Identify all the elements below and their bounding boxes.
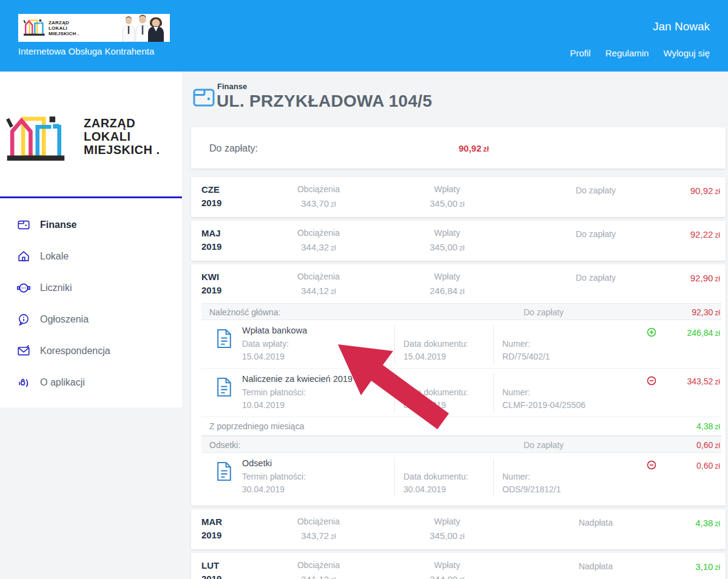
month-row-cze-2019[interactable]: CZE2019 Obciążenia 343,70zł Wpłaty 345,0… <box>191 177 726 217</box>
sidebar-item-label: Finanse <box>40 219 76 230</box>
sidebar-item-o-aplikacji[interactable]: O aplikacji <box>0 367 182 398</box>
plus-circle-icon <box>647 327 656 337</box>
balance-label: Nadpłata <box>547 518 644 527</box>
document-row-naliczenie: Naliczenie za kwiecień 2019 Termin płatn… <box>201 369 721 417</box>
minus-circle-icon <box>647 460 656 470</box>
sidebar-item-finanse[interactable]: Finanse <box>0 209 182 241</box>
about-icon <box>17 376 30 389</box>
month-row-lut-2019[interactable]: LUT2019 Obciążenia 241,12zł Wpłaty 344,0… <box>191 553 726 579</box>
sidebar-item-label: Liczniki <box>40 283 72 293</box>
charges-column: Obciążenia 344,32zł <box>270 228 367 252</box>
brand-line-1: ZARZĄD <box>49 20 79 25</box>
document-amount: 343,52zł <box>687 377 721 386</box>
month-name: CZE2019 <box>201 183 221 210</box>
balance-label: Nadpłata <box>547 561 644 571</box>
month-name: MAJ2019 <box>201 227 221 253</box>
document-amount: 246,84zł <box>687 328 721 338</box>
document-icon <box>216 377 232 397</box>
brand-line-2: LOKALI <box>49 25 79 31</box>
balance-amount: 3,10zł <box>695 561 720 572</box>
payments-column: Wpłaty 345,00zł <box>399 184 496 209</box>
balance-amount: 92,90zł <box>690 273 720 283</box>
sidebar-item-label: Korespondencja <box>40 346 110 356</box>
app-subtitle: Internetowa Obsługa Kontrahenta <box>18 46 154 56</box>
brand-people-image <box>114 14 170 42</box>
sidebar-item-label: O aplikacji <box>40 377 85 388</box>
balance-amount: 4,38zł <box>695 518 720 528</box>
charges-column: Obciążenia 343,70zł <box>270 184 367 209</box>
brand-line-3: MIEJSKICH . <box>49 31 79 36</box>
sidebar-brand-wordmark: ZARZĄD LOKALI MIEJSKICH . <box>84 116 160 156</box>
document-row-odsetki: Odsetki Termin płatności: 30.04.2019 Dat… <box>201 453 721 501</box>
payments-column: Wpłaty 344,00zł <box>399 560 496 579</box>
month-name: LUT2019 <box>201 559 221 579</box>
page-header: Finanse UL. PRZYKŁADOWA 104/5 <box>182 72 728 127</box>
document-amount: 0,60zł <box>696 461 720 470</box>
nav-regulamin-link[interactable]: Regulamin <box>605 48 649 58</box>
payments-column: Wpłaty 345,00zł <box>399 517 496 541</box>
month-row-maj-2019[interactable]: MAJ2019 Obciążenia 344,32zł Wpłaty 345,0… <box>191 221 726 261</box>
nav-profil-link[interactable]: Profil <box>570 48 591 58</box>
sidebar-item-lokale[interactable]: Lokale <box>0 241 182 272</box>
brand-line-3: MIEJSKICH . <box>84 143 160 156</box>
payments-column: Wpłaty 246,84zł <box>399 272 496 296</box>
envelope-icon <box>17 344 30 358</box>
section-header-naleznosc-glowna: Należność główna: Do zapłaty 92,30zł <box>201 303 721 320</box>
section-amount: 92,30zł <box>692 307 720 317</box>
sidebar-item-ogloszenia[interactable]: Ogłoszenia <box>0 304 182 335</box>
brand-houses-icon <box>22 19 46 36</box>
user-name[interactable]: Jan Nowak <box>653 20 710 33</box>
top-header-bar: ZARZĄD LOKALI MIEJSKICH . Internetowa Ob… <box>0 0 728 72</box>
balance-amount: 90,92zł <box>690 186 720 196</box>
month-summary-row[interactable]: KWI2019 Obciążenia 344,12zł Wpłaty 246,8… <box>191 264 726 303</box>
summary-label: Do zapłaty: <box>209 143 258 154</box>
charges-column: Obciążenia 344,12zł <box>270 272 367 296</box>
brand-line-2: LOKALI <box>84 130 160 143</box>
sidebar: ZARZĄD LOKALI MIEJSKICH . Finanse Lokale <box>0 72 182 407</box>
finance-wallet-icon <box>193 89 215 107</box>
month-details: Należność główna: Do zapłaty 92,30zł Wpł… <box>201 303 721 501</box>
main-content: Finanse UL. PRZYKŁADOWA 104/5 Do zapłaty… <box>182 72 728 579</box>
brand-logo[interactable]: ZARZĄD LOKALI MIEJSKICH . <box>18 14 170 42</box>
month-row-mar-2019[interactable]: MAR2019 Obciążenia 343,72zł Wpłaty 345,0… <box>191 509 726 549</box>
summary-card: Do zapłaty: 90,92zł <box>191 127 726 169</box>
document-icon <box>216 329 232 349</box>
sidebar-item-korespondencja[interactable]: Korespondencja <box>0 335 182 367</box>
sidebar-item-liczniki[interactable]: Liczniki <box>0 272 182 304</box>
wallet-icon <box>17 218 30 232</box>
charges-column: Obciążenia 343,72zł <box>270 517 367 541</box>
top-nav: Profil Regulamin Wyloguj się <box>570 48 710 58</box>
balance-label: Do zapłaty <box>547 186 644 195</box>
section-amount: 0,60zł <box>696 440 720 450</box>
balance-label: Do zapłaty <box>547 273 644 283</box>
sidebar-item-label: Lokale <box>40 251 69 262</box>
breadcrumb: Finanse <box>217 82 247 91</box>
month-row-kwi-2019-expanded: KWI2019 Obciążenia 344,12zł Wpłaty 246,8… <box>191 264 726 506</box>
carryover-row: Z poprzedniego miesiąca 4,38zł <box>201 417 721 436</box>
carryover-amount: 4,38zł <box>696 421 720 431</box>
payments-column: Wpłaty 345,00zł <box>399 228 496 252</box>
brand-line-1: ZARZĄD <box>84 116 160 130</box>
sidebar-item-label: Ogłoszenia <box>40 314 89 325</box>
sidebar-brand-houses-icon <box>4 116 67 162</box>
nav-logout-link[interactable]: Wyloguj się <box>663 48 710 58</box>
info-bubble-icon <box>17 313 30 326</box>
home-icon <box>17 250 30 263</box>
minus-circle-icon <box>647 376 656 386</box>
document-icon <box>216 461 232 481</box>
sidebar-divider <box>0 196 182 198</box>
charges-column: Obciążenia 241,12zł <box>270 560 367 579</box>
month-name: MAR2019 <box>201 515 222 542</box>
document-row-wplata-bankowa: Wpłata bankowa Data wpłaty: 15.04.2019 D… <box>201 320 721 369</box>
summary-amount: 90,92zł <box>459 143 489 153</box>
section-header-odsetki: Odsetki: Do zapłaty 0,60zł <box>201 436 721 453</box>
meter-icon <box>17 281 30 295</box>
month-name: KWI2019 <box>201 270 221 297</box>
balance-amount: 92,22zł <box>690 229 720 239</box>
sidebar-menu: Finanse Lokale Liczniki <box>0 209 182 398</box>
page-title: UL. PRZYKŁADOWA 104/5 <box>217 92 432 111</box>
brand-wordmark: ZARZĄD LOKALI MIEJSKICH . <box>49 20 79 36</box>
balance-label: Do zapłaty <box>547 229 644 239</box>
